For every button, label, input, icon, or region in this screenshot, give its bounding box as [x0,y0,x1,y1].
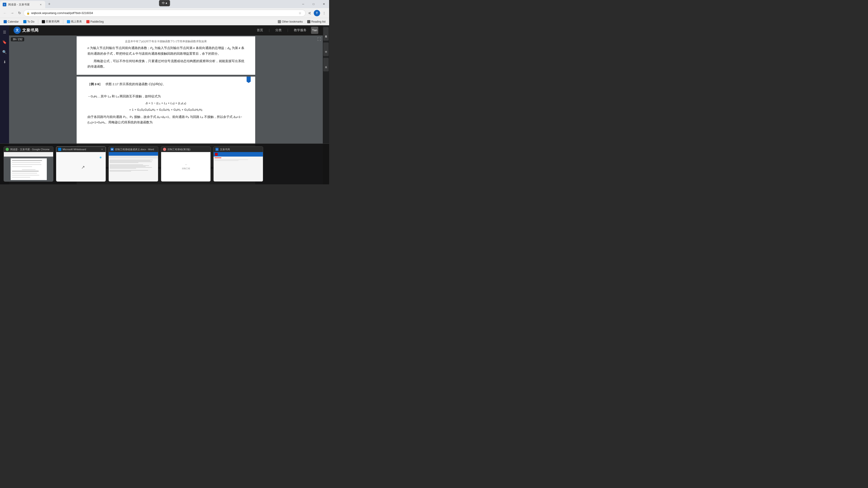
nav-teaching[interactable]: 教学服务 [294,28,307,32]
more-menu-button[interactable]: ⋮ [321,10,327,16]
book-page-top: 盒盖本中有了p(s)对于有全卡接触函数下1-1节简单接触函数求取如果 n 为输入… [76,36,255,75]
todo-favicon [23,20,26,23]
site-logo-text: 文泉书局 [22,28,38,33]
back-button[interactable]: ← [2,10,8,16]
ime-label: 中·♦︎ [162,1,167,5]
preview-word [109,152,158,182]
bookmark-divider-2 [63,20,63,24]
maximize-button[interactable]: □ [308,1,319,7]
address-bar[interactable]: 🔒 wqbook.wqxuetang.com/read/pdf?bid=3216… [24,10,306,17]
formula1: Δ = 1 − (L₁ + L₂ + L₃) + (L₂L₃) [88,101,244,106]
bookmark-star-button[interactable]: ☆ [297,10,303,16]
active-tab[interactable]: 文 阅读器 - 文泉书屋 ✕ [0,1,45,8]
switcher-item-word[interactable]: W 控制工程基础速成讲义.docx - Word [108,147,158,182]
reload-button[interactable]: ↻ [16,10,23,16]
sidebar-download-icon[interactable]: ⬇ [1,59,8,65]
switcher-title-word: 控制工程基础速成讲义.docx - Word [115,148,154,151]
switcher-header-wenquan: 文 文泉书局 [214,147,263,152]
bookmark-jiliang[interactable]: 巨量资讯网 [40,19,61,24]
avatar[interactable]: T [314,10,320,16]
toolbar-right: ⑆ T ⋮ [307,10,327,16]
right-panel-error[interactable]: 纠错 [323,42,329,56]
minimize-button[interactable]: ─ [298,1,308,7]
toolbar: ← → ↻ 🔒 wqbook.wqxuetang.com/read/pdf?bi… [0,8,329,18]
bookmark-calendar[interactable]: Calendar [2,20,21,24]
bookmark-other-label: Other bookmarks [282,20,303,23]
fullscreen-button[interactable]: ⛶ [317,37,321,41]
bookmark-other[interactable]: Other bookmarks [276,20,305,24]
bookmark-paddleseg[interactable]: PaddleSeg [85,20,105,24]
address-url: wqbook.wqxuetang.com/read/pdf?bid=321603… [31,11,296,15]
bookmark-online-label: 线上查表 [71,20,82,24]
chrome-favicon [6,148,9,151]
switcher-title-whiteboard: Microsoft Whiteboard [63,148,86,151]
bookmark-online[interactable]: 线上查表 [65,19,84,24]
extensions-button[interactable]: ⑆ [307,10,313,16]
tab-close-button[interactable]: ✕ [39,3,42,6]
switcher-header-word: W 控制工程基础速成讲义.docx - Word [109,147,158,152]
window-controls: ─ □ ✕ [298,1,329,7]
preview-whiteboard: ↗ [56,152,106,182]
lock-icon: 🔒 [26,11,30,15]
address-actions: ☆ [297,10,303,16]
top-page-text: 盒盖本中有了p(s)对于有全卡接触函数下1-1节简单接触函数求取如果 n 为输入… [88,39,244,69]
sidebar-search-icon[interactable]: 🔍 [1,49,8,55]
window-switcher: 阅读器 - 文泉书屋 - Google Chrome [0,143,329,184]
browser-window: 中·♦︎ 文 阅读器 - 文泉书屋 ✕ + ─ □ ✕ ← → ↻ 🔒 wqbo… [0,0,329,184]
forward-button[interactable]: → [9,10,16,16]
sidebar-menu-icon[interactable]: ☰ [1,29,8,35]
switcher-header-chrome: 阅读器 - 文泉书屋 - Google Chrome [4,147,53,152]
switcher-item-chrome[interactable]: 阅读器 - 文泉书屋 - Google Chrome [4,147,53,182]
preview-chrome [4,152,53,182]
bookmark-calendar-label: Calendar [8,20,19,23]
bookmark-paddleseg-label: PaddleSeg [90,20,104,23]
sidebar-bookmark-icon[interactable]: 🔖 [1,39,8,45]
reading-favicon [307,20,310,23]
whiteboard-favicon [58,148,61,151]
close-button[interactable]: ✕ [319,1,329,7]
bookmark-page-corner [247,76,251,83]
ime-indicator: 中·♦︎ [159,0,170,6]
formula2: = 1 + G₁G₂G₃G₄H₂ + G₁G₆H₂ + G₃H₁ + G₁G₃G… [88,107,244,112]
jiliang-favicon [42,20,45,23]
profile-button[interactable]: T [314,10,320,16]
page-indicator: 39 / 232 [11,37,24,41]
word-favicon: W [111,148,114,151]
other-favicon [278,20,281,23]
bookmark-todo-label: To Do [27,20,34,23]
right-panel-feedback[interactable]: 反馈 [323,58,329,71]
whiteboard-close-button[interactable]: ✕ [100,148,104,151]
formula-n-desc: n 为输入节点到输出节点间前向通路的条数；Pk 为输入节点到输出节点间第 k 条… [88,45,244,57]
wenquan-favicon: 文 [215,148,219,151]
site-nav: 首页 ｜ 分类 ｜ 教学服务 Tian [257,27,318,34]
example-label: ［例 2-9］ 求图 2.17 所示系统的传递函数 C(s)/R(s)。 [88,81,244,87]
nav-home[interactable]: 首页 [257,28,263,32]
new-tab-button[interactable]: + [46,1,53,7]
bookmark-todo[interactable]: To Do [22,20,36,24]
bookmarks-bar: Calendar To Do 巨量资讯网 线上查表 PaddleSeg Othe… [0,18,329,25]
nav-category[interactable]: 分类 [275,28,282,32]
calendar-favicon [4,20,7,23]
control-favicon [163,148,166,151]
bookmarks-right: Other bookmarks Reading list [276,20,327,24]
user-avatar[interactable]: Tian [311,27,318,34]
switcher-title-chrome: 阅读器 - 文泉书屋 - Google Chrome [10,148,50,151]
site-header: 文 文泉书局 首页 ｜ 分类 ｜ 教学服务 Tian [9,25,323,35]
preview-control: ··· 控制工程 [161,152,211,182]
switcher-title-control: 控制工程基础(第2版) [167,148,190,151]
switcher-header-control: 控制工程基础(第2版) [161,147,211,152]
bookmark-jiliang-label: 巨量资讯网 [46,20,59,24]
online-favicon [67,20,70,23]
switcher-title-wenquan: 文泉书局 [220,148,230,151]
tab-favicon: 文 [3,3,6,6]
bookmark-reading-list[interactable]: Reading list [305,20,327,24]
switcher-item-whiteboard[interactable]: Microsoft Whiteboard ✕ ↗ [56,147,106,182]
switcher-header-whiteboard: Microsoft Whiteboard ✕ [56,147,105,152]
logo-icon: 文 [13,27,21,34]
main-para: 由于各回路均与前向通路 P₁、P₂ 接触，故余子式 Δ₁=Δ₂=1。前向通路 P… [88,114,244,125]
preview-wenquan [214,152,263,182]
tab-title: 阅读器 - 文泉书屋 [8,3,37,6]
switcher-item-control[interactable]: 控制工程基础(第2版) ··· 控制工程 [161,147,211,182]
switcher-item-wenquan[interactable]: 文 文泉书局 [213,147,263,182]
right-panel-service[interactable]: 在线客服 [323,27,329,41]
